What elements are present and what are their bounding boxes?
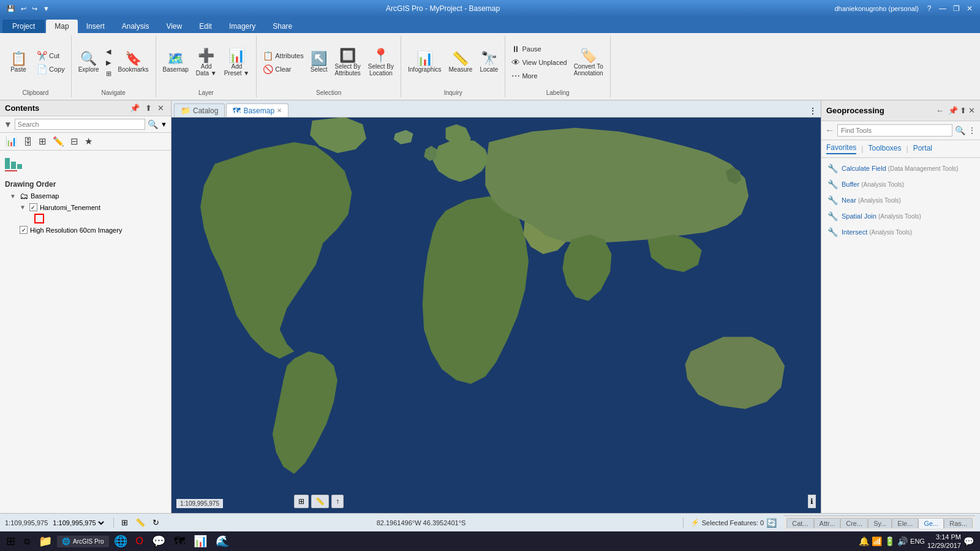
redo-quick-btn[interactable]: ↪ bbox=[30, 4, 39, 14]
tab-insert[interactable]: Insert bbox=[78, 20, 113, 33]
network-icon[interactable]: 📶 bbox=[872, 536, 882, 546]
select-by-location-btn[interactable]: 📍 Select ByLocation bbox=[365, 47, 397, 78]
tab-share[interactable]: Share bbox=[264, 20, 301, 33]
contents-grid-btn[interactable]: ⊞ bbox=[37, 135, 48, 148]
scale-dropdown[interactable]: 1:109,995,975 1:50,000,000 1:10,000,000 bbox=[50, 519, 106, 527]
start-btn[interactable]: ⊞ bbox=[2, 533, 19, 550]
volume-icon[interactable]: 🔊 bbox=[897, 536, 908, 546]
undo-quick-btn[interactable]: ↩ bbox=[19, 4, 28, 14]
tool-spatial-join[interactable]: 🔧 Spatial Join (Analysis Tools) bbox=[821, 208, 980, 224]
nav-forward-btn[interactable]: ▶ bbox=[104, 58, 114, 68]
notifications-icon[interactable]: 🔔 bbox=[859, 536, 869, 546]
layer1-checkbox[interactable]: ✓ bbox=[29, 203, 37, 211]
bottom-tab-sy[interactable]: Sy... bbox=[868, 518, 892, 528]
geo-pin-btn[interactable]: 📌 bbox=[948, 103, 958, 118]
tab-view[interactable]: View bbox=[157, 20, 190, 33]
contents-close-btn[interactable]: ✕ bbox=[156, 103, 166, 113]
copy-btn[interactable]: 📄 Copy bbox=[34, 63, 67, 75]
tab-imagery[interactable]: Imagery bbox=[221, 20, 264, 33]
excel-btn[interactable]: 📊 bbox=[190, 533, 211, 550]
maps-btn[interactable]: 🗺 bbox=[170, 533, 189, 550]
attributes-btn[interactable]: 📋 Attributes bbox=[260, 50, 306, 62]
convert-to-annotation-btn[interactable]: 🏷️ Convert ToAnnotation bbox=[571, 47, 606, 78]
contents-search-options-btn[interactable]: ▼ bbox=[160, 121, 167, 128]
geo-search-input[interactable] bbox=[837, 124, 952, 137]
refresh-btn[interactable]: 🔄 bbox=[766, 518, 777, 528]
select-by-attributes-btn[interactable]: 🔲 Select ByAttributes bbox=[332, 47, 364, 78]
whatsapp-btn[interactable]: 💬 bbox=[148, 533, 169, 550]
basemap-tree-item[interactable]: ▼ 🗂 Basemap bbox=[0, 190, 171, 202]
contents-float-btn[interactable]: ⬆ bbox=[143, 103, 154, 113]
paste-btn[interactable]: 📋 Paste bbox=[4, 50, 33, 75]
grid-btn[interactable]: ⊞ bbox=[294, 495, 309, 508]
file-explorer-btn[interactable]: 📁 bbox=[35, 533, 56, 550]
map-info-icon[interactable]: ℹ bbox=[808, 495, 816, 508]
infographics-btn[interactable]: 📊 Infographics bbox=[405, 50, 444, 75]
tool-intersect[interactable]: 🔧 Intersect (Analysis Tools) bbox=[821, 224, 980, 240]
add-preset-btn[interactable]: 📊 AddPreset ▼ bbox=[221, 47, 253, 78]
help-btn[interactable]: ? bbox=[924, 3, 935, 14]
geo-search-more-btn[interactable]: ⋮ bbox=[968, 126, 976, 135]
layer2-tree-item[interactable]: ✓ High Resolution 60cm Imagery bbox=[0, 225, 171, 235]
tab-map[interactable]: Map bbox=[46, 20, 77, 33]
bookmarks-btn[interactable]: 🔖 Bookmarks bbox=[115, 50, 152, 75]
map-canvas[interactable]: 1:109,995,975 ⊞ 📏 ↑ ℹ bbox=[172, 118, 821, 513]
save-quick-btn[interactable]: 💾 bbox=[5, 4, 17, 14]
contents-search-input[interactable] bbox=[15, 119, 145, 130]
tool-buffer[interactable]: 🔧 Buffer (Analysis Tools) bbox=[821, 176, 980, 192]
close-btn[interactable]: ✕ bbox=[964, 3, 975, 14]
cut-btn[interactable]: ✂️ Cut bbox=[34, 50, 67, 62]
locate-btn[interactable]: 🔭 Locate bbox=[477, 50, 501, 75]
layer1-tree-item[interactable]: ▼ ✓ Harutomi_Tenement bbox=[0, 202, 171, 212]
tool-near[interactable]: 🔧 Near (Analysis Tools) bbox=[821, 192, 980, 208]
tab-basemap[interactable]: 🗺 Basemap ✕ bbox=[226, 103, 288, 117]
basemap-tab-close[interactable]: ✕ bbox=[277, 107, 282, 114]
add-layer-btn[interactable]: 📊 bbox=[4, 135, 19, 148]
contents-search-btn[interactable]: 🔍 bbox=[148, 119, 158, 129]
bottom-tab-ele[interactable]: Ele... bbox=[892, 518, 918, 528]
edge-btn[interactable]: 🌊 bbox=[212, 533, 233, 550]
bottom-tab-catalog[interactable]: Cat... bbox=[786, 518, 813, 528]
chrome-btn[interactable]: 🌐 bbox=[110, 533, 131, 550]
map-panel-options-btn[interactable]: ⋮ bbox=[805, 105, 821, 117]
action-center-icon[interactable]: 💬 bbox=[963, 536, 974, 546]
tab-catalog[interactable]: 📁 Catalog bbox=[174, 103, 225, 117]
pause-btn[interactable]: ⏸ Pause bbox=[509, 43, 569, 55]
tab-project[interactable]: Project bbox=[2, 20, 45, 33]
window-controls[interactable]: ? — ❐ ✕ bbox=[924, 3, 975, 14]
geo-back-btn[interactable]: ← bbox=[933, 103, 946, 118]
scale-bar-status-btn[interactable]: 📏 bbox=[135, 518, 145, 527]
contents-pin-btn[interactable]: 📌 bbox=[128, 103, 141, 113]
rotation-status-btn[interactable]: ↻ bbox=[153, 518, 159, 527]
full-extent-btn[interactable]: ⊞ bbox=[104, 69, 114, 79]
quick-access-toolbar[interactable]: 💾 ↩ ↪ ▼ bbox=[5, 4, 51, 14]
nav-back-btn[interactable]: ◀ bbox=[104, 47, 114, 57]
battery-icon[interactable]: 🔋 bbox=[884, 536, 895, 546]
contents-db-btn[interactable]: 🗄 bbox=[21, 135, 34, 148]
grid-status-btn[interactable]: ⊞ bbox=[121, 518, 128, 527]
geo-tab-toolboxes[interactable]: Toolboxes bbox=[868, 144, 901, 154]
geo-tab-portal[interactable]: Portal bbox=[913, 144, 932, 154]
measure-btn[interactable]: 📏 Measure bbox=[446, 50, 476, 75]
tab-edit[interactable]: Edit bbox=[190, 20, 221, 33]
tool-calculate-field[interactable]: 🔧 Calculate Field (Data Management Tools… bbox=[821, 160, 980, 176]
task-view-btn[interactable]: ⧉ bbox=[20, 534, 34, 549]
arcgis-taskbar-item[interactable]: 🌐 ArcGIS Pro bbox=[57, 536, 109, 547]
customize-quick-btn[interactable]: ▼ bbox=[41, 4, 51, 13]
more-labeling-btn[interactable]: ⋯ More bbox=[509, 70, 569, 82]
geo-float-btn[interactable]: ⬆ bbox=[960, 103, 967, 118]
north-arrow-btn[interactable]: ↑ bbox=[331, 495, 344, 508]
geo-search-btn[interactable]: 🔍 bbox=[955, 126, 965, 135]
minimize-btn[interactable]: — bbox=[937, 3, 948, 14]
bottom-tab-attr[interactable]: Attr... bbox=[814, 518, 841, 528]
scale-bar-btn[interactable]: 📏 bbox=[311, 495, 329, 508]
select-btn[interactable]: ↖️ Select bbox=[307, 50, 331, 75]
explore-btn[interactable]: 🔍 Explore bbox=[75, 50, 102, 75]
contents-pencil-btn[interactable]: ✏️ bbox=[51, 135, 66, 148]
view-unplaced-btn[interactable]: 👁 View Unplaced bbox=[509, 56, 569, 69]
opera-btn[interactable]: O bbox=[132, 534, 147, 549]
clear-selection-btn[interactable]: 🚫 Clear bbox=[260, 63, 306, 75]
tab-analysis[interactable]: Analysis bbox=[113, 20, 158, 33]
contents-star-btn[interactable]: ★ bbox=[83, 135, 94, 148]
geo-tab-favorites[interactable]: Favorites bbox=[826, 143, 856, 154]
